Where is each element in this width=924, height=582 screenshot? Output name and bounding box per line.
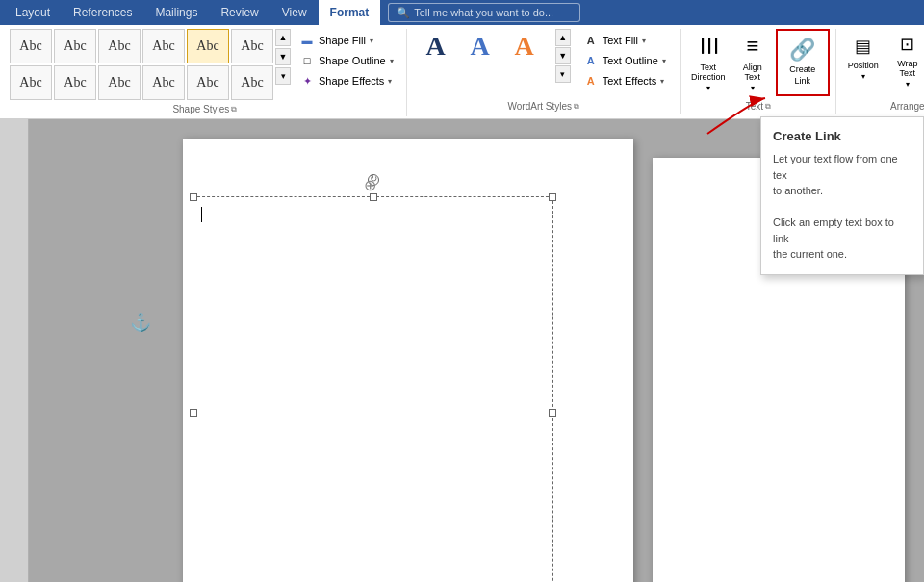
shape-style-5[interactable]: Abc	[187, 29, 229, 63]
align-text-label: AlignText	[743, 63, 762, 82]
tab-layout[interactable]: Layout	[4, 0, 62, 25]
shape-style-6[interactable]: Abc	[231, 29, 273, 63]
text-effects-label: Text Effects	[603, 75, 657, 87]
shape-style-4[interactable]: Abc	[142, 29, 185, 63]
shape-styles-content: Abc Abc Abc Abc Abc Abc Abc Abc Abc Abc …	[10, 29, 400, 100]
shape-styles-scroll-down[interactable]: ▼	[275, 48, 291, 65]
shape-outline-icon: □	[299, 54, 315, 67]
shape-style-12[interactable]: Abc	[231, 65, 273, 100]
text-outline-dropdown[interactable]: ▾	[662, 57, 666, 65]
tab-format[interactable]: Format	[319, 0, 381, 25]
create-link-button[interactable]: 🔗 CreateLink	[776, 29, 830, 96]
search-bar[interactable]: 🔍	[388, 3, 580, 22]
arrange-group-label: Arrange	[890, 97, 924, 114]
popup-text-3: Click an empty text box to link	[773, 216, 894, 244]
shape-effects-icon: ✦	[299, 74, 315, 88]
wordart-label-text: WordArt Styles	[508, 101, 573, 112]
wordart-styles-group: A A A ▲ ▼ ▾ A Text Fill ▾	[407, 29, 681, 114]
text-outline-icon: A	[583, 54, 599, 67]
create-link-popup: Create Link Let your text flow from one …	[760, 116, 924, 275]
shape-styles-scroll: ▲ ▼ ▾	[275, 29, 291, 85]
position-button[interactable]: ▤ Position ▾	[842, 29, 885, 87]
arrange-group: ▤ Position ▾ ⊡ WrapText ▾ ◧ BringForwa..…	[836, 29, 924, 114]
text-effects-dropdown[interactable]: ▾	[660, 77, 664, 86]
wordart-btn-2[interactable]: A	[459, 29, 501, 63]
wordart-group-label: WordArt Styles ⧉	[508, 97, 580, 114]
wordart-scroll-up[interactable]: ▲	[555, 29, 571, 46]
text-fill-dropdown[interactable]: ▾	[642, 37, 646, 45]
shape-style-3[interactable]: Abc	[98, 29, 141, 63]
shape-effects-dropdown[interactable]: ▾	[388, 77, 392, 86]
tab-mailings[interactable]: Mailings	[143, 0, 209, 25]
left-ruler	[0, 119, 29, 582]
shape-style-1[interactable]: Abc	[10, 29, 52, 63]
shape-style-7[interactable]: Abc	[10, 65, 52, 100]
text-cursor	[201, 207, 202, 222]
arrange-content: ▤ Position ▾ ⊡ WrapText ▾ ◧ BringForwa..…	[842, 29, 924, 97]
arrange-label-text: Arrange	[890, 101, 924, 112]
align-text-button[interactable]: ≡ AlignText ▾	[732, 29, 774, 97]
wordart-scroll-down[interactable]: ▼	[555, 47, 571, 64]
text-direction-icon: ☰	[696, 37, 721, 56]
tab-view[interactable]: View	[270, 0, 319, 25]
handle-top-left[interactable]	[190, 193, 197, 201]
text-outline-label: Text Outline	[603, 55, 658, 66]
text-effects-icon: A	[583, 74, 599, 88]
popup-title: Create Link	[773, 129, 911, 143]
handle-middle-right[interactable]	[549, 409, 556, 417]
wrap-text-dropdown[interactable]: ▾	[906, 80, 910, 89]
text-direction-label: TextDirection	[691, 63, 726, 82]
tab-review[interactable]: Review	[209, 0, 270, 25]
align-text-icon: ≡	[746, 34, 758, 59]
popup-description: Let your text flow from one tex to anoth…	[773, 151, 911, 263]
shape-style-9[interactable]: Abc	[98, 65, 141, 100]
text-fill-button[interactable]: A Text Fill ▾	[577, 31, 673, 50]
text-effects-button[interactable]: A Text Effects ▾	[577, 71, 673, 90]
ribbon: Abc Abc Abc Abc Abc Abc Abc Abc Abc Abc …	[0, 25, 924, 119]
position-label: Position	[848, 61, 879, 70]
handle-top-center[interactable]	[370, 193, 377, 201]
text-direction-button[interactable]: ☰ TextDirection ▾	[687, 29, 730, 97]
shape-styles-group-label: Shape Styles ⧉	[172, 100, 237, 116]
wrap-text-label: WrapText	[897, 59, 917, 78]
ribbon-container: Layout References Mailings Review View F…	[0, 0, 924, 119]
wordart-btn-3[interactable]: A	[503, 29, 546, 63]
wrap-text-button[interactable]: ⊡ WrapText ▾	[886, 29, 924, 93]
textbox-selected[interactable]: ⊕	[192, 196, 553, 582]
text-fill-icon: A	[583, 34, 599, 47]
shape-outline-button[interactable]: □ Shape Outline ▾	[293, 51, 400, 70]
shape-styles-expand[interactable]: ▾	[275, 67, 291, 85]
wordart-btn-1[interactable]: A	[415, 29, 457, 63]
wordart-expand-icon[interactable]: ⧉	[574, 102, 579, 112]
wrap-text-icon: ⊡	[900, 34, 914, 55]
handle-middle-left[interactable]	[190, 409, 197, 417]
handle-top-right[interactable]	[549, 193, 556, 201]
anchor-icon: ⚓	[130, 312, 151, 333]
search-input[interactable]	[414, 7, 558, 18]
shape-styles-scroll-up[interactable]: ▲	[275, 29, 291, 46]
shape-options: ▬ Shape Fill ▾ □ Shape Outline ▾ ✦ Shape…	[293, 29, 400, 92]
shape-style-11[interactable]: Abc	[187, 65, 229, 100]
shape-effects-label: Shape Effects	[319, 75, 384, 87]
position-icon: ▤	[855, 36, 871, 57]
main-page: ⊕ ⚓	[183, 139, 633, 582]
shape-fill-icon: ▬	[299, 34, 315, 47]
shape-style-8[interactable]: Abc	[54, 65, 96, 100]
shape-fill-label: Shape Fill	[319, 35, 366, 46]
popup-text-1: Let your text flow from one tex	[773, 153, 898, 181]
shape-style-2[interactable]: Abc	[54, 29, 96, 63]
shape-effects-button[interactable]: ✦ Shape Effects ▾	[293, 71, 400, 90]
shape-styles-group: Abc Abc Abc Abc Abc Abc Abc Abc Abc Abc …	[4, 29, 407, 116]
position-dropdown[interactable]: ▾	[861, 72, 865, 81]
shape-outline-label: Shape Outline	[319, 55, 386, 66]
tab-references[interactable]: References	[62, 0, 143, 25]
text-fill-label: Text Fill	[603, 35, 638, 46]
text-outline-button[interactable]: A Text Outline ▾	[577, 51, 673, 70]
shape-styles-expand-icon[interactable]: ⧉	[231, 105, 237, 114]
shape-fill-button[interactable]: ▬ Shape Fill ▾	[293, 31, 400, 50]
shape-fill-dropdown[interactable]: ▾	[370, 37, 373, 45]
move-icon[interactable]: ⊕	[364, 176, 376, 194]
wordart-expand[interactable]: ▾	[555, 65, 571, 83]
shape-style-10[interactable]: Abc	[142, 65, 185, 100]
shape-outline-dropdown[interactable]: ▾	[390, 57, 394, 65]
